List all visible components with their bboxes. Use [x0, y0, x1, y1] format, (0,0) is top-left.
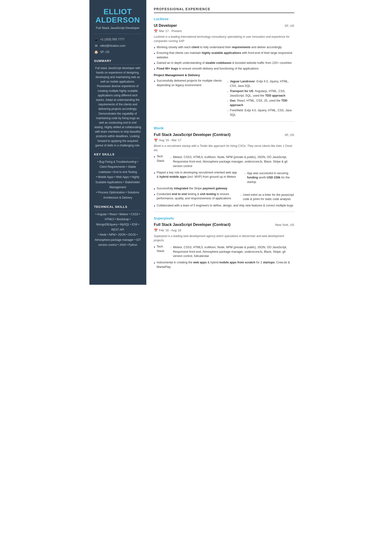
divider-1 [154, 122, 294, 122]
bullet-item: Tech Stack: Meteor, CSS3, HTML5, icoMoon… [154, 154, 294, 169]
contact-email: ✉ elliot@hiration.com [94, 44, 142, 48]
company-name-superpixels: Superpixels [154, 216, 294, 221]
job-locktree: Locktree UI Developer SF, US 📅 Mar '17 -… [154, 16, 294, 118]
sub-bullet-list: App was successful in securing funding w… [244, 171, 294, 185]
job-date-blonk: 📅 Aug '16 - Mar '17 [154, 138, 294, 143]
job-title-locktree: UI Developer [154, 23, 177, 29]
date-text-locktree: Mar '17 - Present [159, 29, 182, 33]
job-desc-blonk: Blonk is a recruitment startup with a Ti… [154, 144, 294, 152]
bullet-item: Played a key role in developing recruitm… [154, 170, 294, 185]
email-address: elliot@hiration.com [100, 44, 125, 48]
sub-bullet-item: Meteor, CSS3, HTML5, icoMoon, Node, NPM … [170, 155, 294, 168]
tech-skills-text: • Angular • React • Meteor • CSS3 • HTML… [94, 212, 142, 248]
company-name-blonk: Blonk [154, 125, 294, 131]
contact-phone: 📱 +1 (333) 555 7777 [94, 37, 142, 42]
sidebar: ELLIOT ALDERSON Full Stack JavaScript De… [89, 0, 146, 285]
bullet-item: Collaborated with a team of 5 engineers … [154, 203, 294, 208]
professional-experience-title: PROFESSIONAL EXPERIENCE [154, 7, 294, 13]
location-text: SF, US [100, 50, 110, 54]
sub-bullet-item: Freshfield: Extjs 4.0, Jquery, HTML, CSS… [227, 108, 294, 117]
company-name-locktree: Locktree [154, 16, 294, 22]
divider-2 [154, 212, 294, 212]
job-title-sidebar: Full Stack JavaScript Developer [94, 26, 142, 30]
sub-bullet-item: Used eslint as a linter for the javascri… [240, 193, 294, 202]
first-name: ELLIOT [104, 7, 132, 16]
job-header-locktree: UI Developer SF, US [154, 23, 294, 29]
calendar-icon-blonk: 📅 [154, 138, 158, 143]
job-location-blonk: SF, US [285, 133, 294, 137]
sub-bullet-item: Meteor, CSS3, HTML5, icoMoon, Node, NPM … [170, 245, 294, 258]
sub-bullet-list: Meteor, CSS3, HTML5, icoMoon, Node, NPM … [170, 245, 294, 259]
summary-text: Full stack JavaScript developer with han… [94, 66, 142, 148]
phone-number: +1 (333) 555 7777 [100, 37, 125, 42]
summary-title: SUMMARY [94, 58, 142, 65]
date-text-blonk: Aug '16 - Mar '17 [159, 138, 181, 143]
job-location-locktree: SF, US [285, 23, 294, 28]
job-title-blonk: Full Stack JavaScript Developer (Contrac… [154, 132, 231, 138]
calendar-icon-locktree: 📅 [154, 29, 158, 34]
phone-icon: 📱 [94, 37, 98, 42]
subsection-title-project-mgmt: Project Management & Delivery [154, 73, 294, 78]
bullet-item: Successfully delivered projects for mult… [154, 79, 294, 118]
job-title-superpixels: Full Stack JavaScript Developer (Contrac… [154, 222, 231, 227]
date-text-superpixels: Feb '16 - Aug '16 [159, 228, 181, 233]
key-skills-text: • Bug Fixing & Troubleshooting • Client … [94, 160, 142, 200]
bullet-list-locktree: Working closely with each client to full… [154, 45, 294, 71]
job-header-blonk: Full Stack JavaScript Developer (Contrac… [154, 132, 294, 138]
job-desc-locktree: Locktree is a leading international tech… [154, 35, 294, 43]
bullet-item: Tech Stack: Meteor, CSS3, HTML5, icoMoon… [154, 244, 294, 259]
bullet-list-blonk: Tech Stack: Meteor, CSS3, HTML5, icoMoon… [154, 154, 294, 208]
bullet-item: Ensuring that clients can maintain highl… [154, 51, 294, 60]
bullet-item: Fixed 60+ bugs to ensure smooth delivery… [154, 66, 294, 71]
contact-location: 🏠 SF, US [94, 50, 142, 54]
bullet-item: Working closely with each client to full… [154, 45, 294, 50]
last-name: ALDERSON [96, 16, 140, 24]
bullet-item: Instrumental in creating the web apps & … [154, 260, 294, 269]
sub-bullet-item: Transport for US: Angularjs, HTML, CSS, … [227, 89, 294, 98]
bullet-list-superpixels: Tech Stack: Meteor, CSS3, HTML5, icoMoon… [154, 244, 294, 269]
job-desc-superpixels: Superpixel is a leading web development … [154, 234, 294, 242]
sub-bullet-item: App was successful in securing funding w… [244, 171, 294, 184]
bullet-item: Successfully integrated the Stripe payme… [154, 186, 294, 191]
job-location-superpixels: New York, US [275, 223, 294, 227]
name-heading: ELLIOT ALDERSON [94, 7, 142, 24]
job-blonk: Blonk Full Stack JavaScript Developer (C… [154, 125, 294, 208]
email-icon: ✉ [94, 44, 98, 48]
location-icon: 🏠 [94, 50, 98, 54]
sub-bullet-item: Jaguar Landrover: Extjs 4.0, Jquery, HTM… [227, 79, 294, 88]
subsection-bullets-locktree: Successfully delivered projects for mult… [154, 79, 294, 118]
sub-bullet-list: Used eslint as a linter for the javascri… [240, 193, 294, 202]
bullet-item: Conducted end to end testing & unit test… [154, 192, 294, 202]
job-date-locktree: 📅 Mar '17 - Present [154, 29, 294, 34]
sub-bullet-list: Meteor, CSS3, HTML5, icoMoon, Node, NPM … [170, 155, 294, 169]
main-content: PROFESSIONAL EXPERIENCE Locktree UI Deve… [146, 0, 303, 285]
tech-skills-title: TECHNICAL SKILLS [94, 204, 142, 211]
sub-bullet-list: Jaguar Landrover: Extjs 4.0, Jquery, HTM… [227, 79, 294, 118]
calendar-icon-superpixels: 📅 [154, 228, 158, 233]
job-superpixels: Superpixels Full Stack JavaScript Develo… [154, 216, 294, 269]
job-date-superpixels: 📅 Feb '16 - Aug '16 [154, 228, 294, 233]
job-header-superpixels: Full Stack JavaScript Developer (Contrac… [154, 222, 294, 227]
name-block: ELLIOT ALDERSON Full Stack JavaScript De… [94, 7, 142, 30]
divider-contact [94, 34, 142, 34]
bullet-item: Gained an in depth understanding of siza… [154, 61, 294, 65]
resume-container: ELLIOT ALDERSON Full Stack JavaScript De… [89, 0, 303, 285]
key-skills-title: KEY SKILLS [94, 152, 142, 158]
sub-bullet-item: Gas: React, HTML, CSS, JS, used the TDD … [227, 98, 294, 108]
